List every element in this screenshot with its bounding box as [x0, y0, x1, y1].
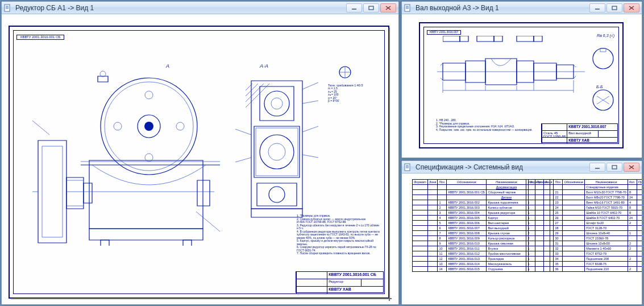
- svg-point-7: [144, 122, 153, 131]
- tech-req-block: Техн. требования 1:40:5 m = 1,5 z₁ = 25 …: [328, 84, 382, 103]
- maximize-button[interactable]: [363, 3, 379, 13]
- svg-line-39: [235, 158, 251, 162]
- document-icon: [404, 4, 412, 12]
- spec-row: 25Шайба 10 ГОСТ 6402-708: [529, 210, 642, 216]
- title-text-spec: Спецификация -> Системный вид: [416, 163, 586, 171]
- spec-row: 32Манжета 1-40х602: [529, 246, 642, 251]
- spec-row: 31Шпонка 12х8х502: [529, 241, 642, 246]
- svg-rect-61: [460, 36, 468, 42]
- tb-name: Вал выходной: [567, 131, 597, 137]
- tb-code2: КВВТУ ХАВ: [327, 287, 383, 293]
- tb-code1: КВВТУ 2001.3016.007: [567, 124, 617, 130]
- tb-code2: КВВТУ ХАВ: [567, 138, 617, 144]
- titlebar-spec[interactable]: Спецификация -> Системный вид: [402, 161, 642, 173]
- svg-rect-62: [477, 36, 494, 42]
- title-text-reducer: Редуктор СБ А1 -> Вид 1: [15, 4, 343, 12]
- svg-rect-15: [84, 183, 92, 203]
- svg-point-29: [260, 135, 294, 169]
- tolerance-frames: [443, 36, 568, 47]
- svg-point-26: [264, 91, 289, 116]
- viewport-shaft[interactable]: Ra 6,3 (√) Б-Б 1. HB 240...280. 2. *Разм…: [402, 14, 642, 158]
- section-bb: [588, 46, 619, 114]
- svg-line-34: [302, 82, 318, 89]
- minimize-button[interactable]: [589, 163, 605, 172]
- sheet-shaft-a3: Ra 6,3 (√) Б-Б 1. HB 240...280. 2. *Разм…: [419, 22, 624, 148]
- svg-rect-28: [254, 126, 300, 177]
- spec-table-right: Формат Зона Поз. Обозначение Наименовани…: [528, 179, 642, 272]
- svg-rect-69: [405, 164, 410, 171]
- svg-point-33: [269, 187, 285, 202]
- label-section-a: А: [166, 64, 169, 69]
- svg-rect-13: [42, 146, 63, 237]
- svg-point-66: [593, 48, 613, 69]
- minimize-button[interactable]: [589, 3, 605, 13]
- spec-row: 28ГОСТ 3128-70: [529, 226, 642, 231]
- spec-row: 30ГОСТ 23360-78: [529, 236, 642, 241]
- maximize-button[interactable]: [606, 163, 622, 172]
- tb-name: Редуктор: [327, 279, 360, 286]
- viewport-spec[interactable]: Формат Зона Поз. Обозначение Наименовани…: [402, 173, 642, 304]
- svg-line-36: [302, 126, 318, 132]
- spec-row: Стандартные изделия: [529, 185, 642, 190]
- spec-row: 35ГОСТ 8338-75: [529, 262, 642, 267]
- title-text-shaft: Вал выходной А3 -> Вид 1: [416, 4, 586, 12]
- window-spec: Спецификация -> Системный вид Формат Зон…: [401, 160, 642, 305]
- svg-rect-14: [67, 177, 84, 209]
- svg-rect-2: [369, 6, 373, 10]
- svg-point-9: [176, 122, 184, 130]
- spec-row: 36Подшипник 2102: [529, 267, 642, 272]
- titleblock-reducer: КВВТУ 2001.3016.001 СБ Редуктор КВВТУ ХА…: [296, 271, 384, 293]
- minimize-button[interactable]: [346, 3, 362, 13]
- drawing-shaft: [437, 46, 585, 97]
- titlebar-reducer[interactable]: Редуктор СБ А1 -> Вид 1: [2, 2, 398, 14]
- svg-rect-64: [517, 36, 534, 42]
- spec-row: 26Шайба 8 ГОСТ 6402-7024: [529, 216, 642, 221]
- spec-row: 21Болт М10х30 ГОСТ 7798-708: [529, 190, 642, 195]
- svg-point-30: [268, 143, 285, 160]
- close-button[interactable]: [624, 163, 639, 172]
- maximize-button[interactable]: [606, 3, 622, 13]
- sheet-reducer-a1: А А-А Техн. требования 1:40:5 m = 1,5 z₁…: [9, 26, 389, 299]
- roughness-symbol: [336, 64, 354, 81]
- tb-material: Сталь 45 ГОСТ 1050-88: [542, 131, 567, 137]
- window-shaft: Вал выходной А3 -> Вид 1: [401, 1, 642, 158]
- svg-point-11: [114, 122, 122, 130]
- spec-header-row: Формат Зона Поз. Обозначение Наименовани…: [529, 180, 642, 185]
- drawing-section-aa: [234, 72, 319, 220]
- svg-line-35: [302, 101, 318, 104]
- close-button[interactable]: [380, 3, 396, 13]
- close-button[interactable]: [624, 3, 639, 13]
- viewport-reducer[interactable]: А А-А Техн. требования 1:40:5 m = 1,5 z₁…: [2, 14, 398, 304]
- svg-point-27: [271, 98, 282, 109]
- svg-rect-63: [494, 36, 502, 42]
- drawing-main-view: [27, 64, 226, 246]
- svg-rect-16: [197, 180, 210, 206]
- tb-code1: КВВТУ 2001.3016.001 СБ: [327, 272, 383, 279]
- document-icon: [404, 163, 412, 171]
- svg-rect-25: [260, 86, 294, 121]
- svg-line-38: [235, 129, 251, 135]
- svg-rect-0: [5, 5, 10, 11]
- document-icon: [4, 4, 12, 12]
- svg-rect-60: [443, 36, 460, 42]
- window-reducer: Редуктор СБ А1 -> Вид 1: [1, 1, 399, 305]
- spec-row: 23Винт М6х16 ГОСТ 1491-804: [529, 200, 642, 205]
- titlebar-shaft[interactable]: Вал выходной А3 -> Вид 1: [402, 2, 642, 14]
- svg-line-18: [32, 121, 49, 135]
- svg-line-37: [302, 155, 318, 158]
- label-section-aa: А-А: [260, 64, 268, 69]
- notes-block: 1. *Размеры для справок. 2. Смазка зубча…: [297, 214, 388, 255]
- ra-label: Ra 6,3 (√): [597, 34, 614, 38]
- label-bb: Б-Б: [596, 85, 603, 89]
- spec-sheet-right: Формат Зона Поз. Обозначение Наименовани…: [528, 179, 642, 272]
- shaft-notes: 1. HB 240...280. 2. *Размеры для справок…: [436, 119, 541, 131]
- top-left-code: КВВТУ 2001.3016.001 СБ: [16, 35, 64, 40]
- svg-rect-45: [612, 6, 617, 10]
- svg-rect-43: [405, 5, 410, 11]
- spec-row: 22Болт М8х20 ГОСТ 7798-7024: [529, 195, 642, 200]
- spec-row: 27Штифт 6х202: [529, 221, 642, 226]
- svg-rect-12: [38, 140, 67, 243]
- spec-row: 29Шпонка 10х8х401: [529, 231, 642, 236]
- svg-rect-24: [251, 81, 302, 209]
- spec-row: 34Подшипник 2082: [529, 257, 642, 262]
